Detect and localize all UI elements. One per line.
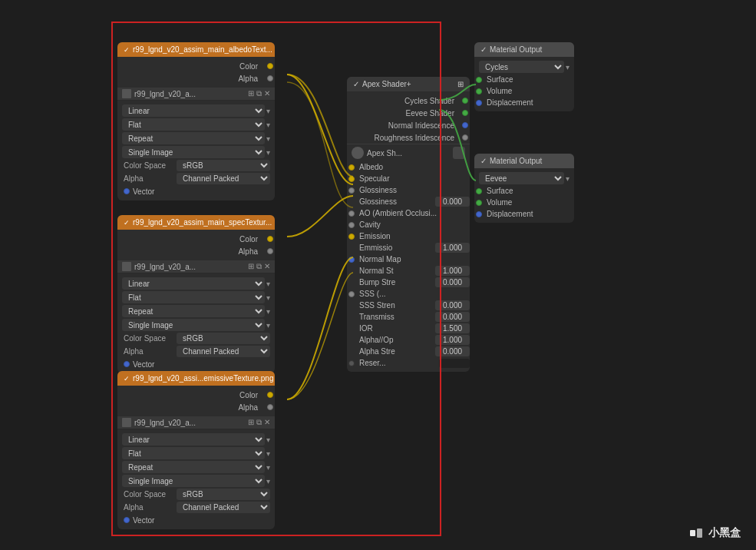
apex-sub-row: Apex Sh... [347, 144, 470, 161]
spec-texture-title: r99_lgnd_v20_assim_main_specTextur... [133, 218, 272, 227]
cycles-volume-socket[interactable] [476, 88, 482, 94]
spec-vector-socket[interactable] [124, 361, 130, 367]
spec-alpha-output: Alpha [117, 245, 275, 257]
emissive-copy-icon[interactable]: ⧉ [256, 418, 262, 427]
eevee-volume-socket[interactable] [476, 200, 482, 206]
spec-close-icon[interactable]: ✕ [264, 262, 270, 271]
sss-stren-row: SSS Stren 0.000 [347, 300, 470, 311]
cavity-input-socket[interactable] [348, 222, 355, 228]
emissive-alpha-socket[interactable] [267, 404, 273, 410]
cycles-shader-socket[interactable] [462, 98, 468, 104]
emissive-texture-header: ✓ r99_lgnd_v20_assi...emissiveTexture.pn… [117, 371, 275, 386]
albedo-color-socket[interactable] [267, 63, 273, 69]
mat-out-eevee-title: Material Output [490, 157, 542, 165]
spec-source-row: Single Image ▾ [117, 318, 275, 332]
extension-row: Repeat ▾ [117, 131, 275, 145]
svg-rect-0 [690, 530, 695, 536]
rough-irid-socket[interactable] [462, 134, 468, 141]
albedo-input-socket[interactable] [348, 164, 355, 171]
cycles-displacement-socket[interactable] [476, 100, 482, 106]
spec-alpha-socket[interactable] [267, 248, 273, 254]
em-alpha-select[interactable]: Channel Packed [177, 502, 270, 513]
cycles-volume-row: Volume [474, 85, 574, 97]
alpha-select[interactable]: Channel Packed [177, 173, 270, 184]
vector-label: Vector [130, 187, 154, 196]
copy-icon[interactable]: ⧉ [256, 89, 262, 98]
browse-icon[interactable]: ⊞ [248, 89, 254, 98]
cycles-engine-row: Cycles ▾ [474, 60, 574, 74]
eevee-displacement-row: Displacement [474, 208, 574, 220]
interpolation-row: Linear ▾ [117, 104, 275, 118]
spec-projection-select[interactable]: Flat [122, 291, 265, 303]
colorspace-label: Color Space [124, 161, 173, 170]
sss-input-socket[interactable] [348, 291, 355, 297]
em-colorspace-select[interactable]: sRGB [177, 489, 270, 500]
eevee-shader-socket[interactable] [462, 110, 468, 116]
apex-shader-title: Apex Shader+ [362, 80, 411, 88]
eevee-surface-socket[interactable] [476, 188, 482, 194]
projection-select[interactable]: Flat [122, 118, 265, 131]
em-projection-select[interactable]: Flat [122, 447, 265, 459]
spec-copy-icon[interactable]: ⧉ [256, 262, 262, 271]
alpha-row: Alpha Channel Packed [117, 172, 275, 185]
em-extension-row: Repeat ▾ [117, 460, 275, 474]
spec-sub-header: r99_lgnd_v20_a... ⊞ ⧉ ✕ [117, 260, 275, 273]
normalmap-input-row: Normal Map [347, 253, 470, 265]
cycles-engine-select[interactable]: Cycles [479, 61, 564, 73]
colorspace-row: Color Space sRGB [117, 159, 275, 172]
normal-irid-socket[interactable] [462, 122, 468, 128]
specular-input-socket[interactable] [348, 176, 355, 182]
em-interpolation-select[interactable]: Linear [122, 433, 265, 446]
apex-shader-header: ✓ Apex Shader+ ⊞ [347, 77, 470, 91]
spec-alpha-select[interactable]: Channel Packed [177, 346, 270, 357]
cycles-surface-row: Surface [474, 74, 574, 85]
ao-input-socket[interactable] [348, 210, 355, 217]
albedo-texture-body: Color Alpha [117, 57, 275, 88]
sss-input-row: SSS (... [347, 288, 470, 300]
spec-texture-header: ✓ r99_lgnd_v20_assim_main_specTextur... [117, 215, 275, 230]
apex-icon [352, 147, 364, 159]
interpolation-select[interactable]: Linear [122, 104, 265, 117]
em-source-select[interactable]: Single Image [122, 475, 265, 487]
spec-extension-row: Repeat ▾ [117, 304, 275, 318]
normalmap-input-socket[interactable] [348, 257, 355, 263]
emissive-alpha-output: Alpha [117, 401, 275, 413]
spec-source-select[interactable]: Single Image [122, 319, 265, 331]
em-extension-select[interactable]: Repeat [122, 461, 265, 473]
emission-input-socket[interactable] [348, 234, 355, 240]
spec-colorspace-select[interactable]: sRGB [177, 333, 270, 344]
emissive-close-icon[interactable]: ✕ [264, 418, 270, 427]
bump-stre-row: Bump Stre 0.000 [347, 277, 470, 288]
eevee-displacement-socket[interactable] [476, 211, 482, 217]
cycles-surface-socket[interactable] [476, 77, 482, 83]
ao-input-row: AO (Ambient Occlusi... [347, 207, 470, 219]
close-icon[interactable]: ✕ [264, 89, 270, 98]
glossiness-input-socket[interactable] [348, 187, 355, 194]
albedo-color-output-row: Color [117, 60, 275, 72]
watermark-logo [688, 525, 704, 541]
vector-row: Vector [117, 185, 275, 197]
spec-browse-icon[interactable]: ⊞ [248, 262, 254, 271]
projection-row: Flat ▾ [117, 118, 275, 131]
eevee-engine-row: Eevee ▾ [474, 171, 574, 185]
extension-select[interactable]: Repeat [122, 132, 265, 144]
eevee-engine-select[interactable]: Eevee [479, 172, 564, 184]
spec-extension-select[interactable]: Repeat [122, 305, 265, 317]
cavity-input-row: Cavity [347, 219, 470, 230]
emissive-browse-icon[interactable]: ⊞ [248, 418, 254, 427]
reser-input-socket[interactable] [348, 360, 355, 366]
em-vector-socket[interactable] [124, 517, 130, 523]
colorspace-select[interactable]: sRGB [177, 160, 270, 171]
node-editor: ✓ r99_lgnd_v20_assim_main_albedoText... … [0, 0, 756, 550]
spec-interpolation-select[interactable]: Linear [122, 277, 265, 290]
spec-color-socket[interactable] [267, 236, 273, 242]
spec-sub-title: r99_lgnd_v20_a... [134, 263, 245, 271]
vector-socket[interactable] [124, 188, 130, 194]
emissive-color-socket[interactable] [267, 392, 273, 398]
albedo-alpha-socket[interactable] [267, 75, 273, 81]
emissive-texture-title: r99_lgnd_v20_assi...emissiveTexture.png [133, 374, 273, 383]
material-output-cycles-header: ✓ Material Output [474, 42, 574, 57]
alpha-label: Alpha [124, 174, 173, 183]
source-select[interactable]: Single Image [122, 146, 265, 158]
albedo-input-row: Albedo [347, 161, 470, 173]
